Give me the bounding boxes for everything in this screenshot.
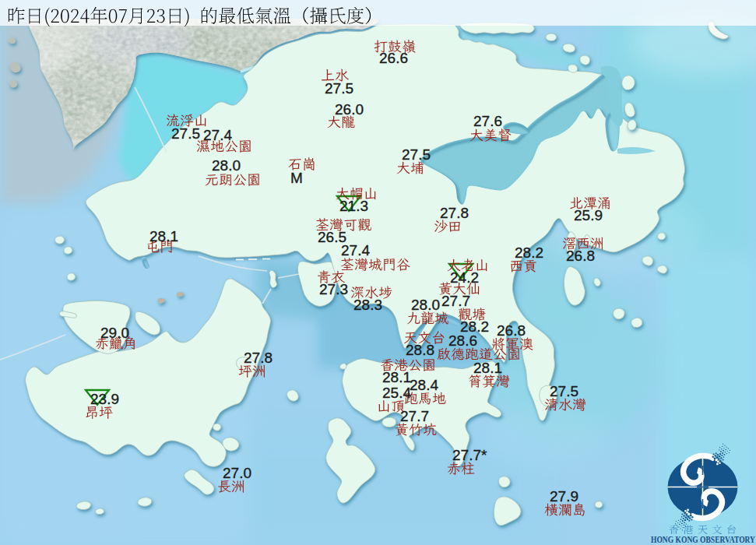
svg-text:27.3: 27.3	[319, 281, 348, 297]
svg-text:28.6: 28.6	[448, 332, 477, 349]
svg-text:27.7: 27.7	[441, 293, 470, 309]
svg-text:25.9: 25.9	[574, 207, 603, 223]
svg-text:26.0: 26.0	[335, 101, 364, 118]
svg-text:27.4: 27.4	[203, 127, 232, 143]
svg-text:27.0: 27.0	[223, 465, 251, 481]
svg-text:26.8: 26.8	[497, 322, 526, 339]
svg-text:28.8: 28.8	[406, 342, 434, 358]
svg-text:27.4: 27.4	[341, 242, 370, 258]
svg-text:28.1: 28.1	[149, 228, 178, 244]
svg-text:M: M	[290, 170, 303, 186]
svg-text:29.0: 29.0	[100, 325, 129, 341]
svg-text:28.0: 28.0	[212, 157, 241, 174]
svg-text:27.8: 27.8	[440, 205, 469, 221]
svg-text:27.9: 27.9	[550, 488, 578, 505]
svg-text:28.1: 28.1	[473, 360, 502, 376]
svg-text:27.5: 27.5	[325, 80, 353, 97]
svg-text:28.2: 28.2	[515, 244, 543, 261]
svg-text:28.0: 28.0	[411, 297, 440, 313]
svg-text:26.6: 26.6	[379, 50, 408, 66]
svg-text:27.7: 27.7	[400, 408, 429, 424]
svg-text:25.4: 25.4	[382, 385, 411, 401]
svg-text:27.6: 27.6	[473, 113, 502, 129]
svg-text:27.8: 27.8	[244, 350, 273, 366]
svg-text:24.2: 24.2	[450, 269, 479, 286]
svg-text:23.9: 23.9	[90, 391, 119, 407]
svg-text:27.5: 27.5	[402, 146, 431, 163]
svg-text:28.4: 28.4	[410, 377, 438, 393]
svg-text:27.5: 27.5	[171, 125, 200, 142]
svg-text:26.8: 26.8	[566, 248, 595, 264]
svg-text:HONG KONG OBSERVATORY: HONG KONG OBSERVATORY	[651, 534, 755, 545]
svg-text:27.7*: 27.7*	[452, 447, 487, 463]
svg-text:28.3: 28.3	[353, 297, 382, 313]
svg-text:27.5: 27.5	[550, 383, 578, 399]
svg-text:21.3: 21.3	[339, 198, 368, 214]
svg-text:28.1: 28.1	[382, 369, 411, 385]
